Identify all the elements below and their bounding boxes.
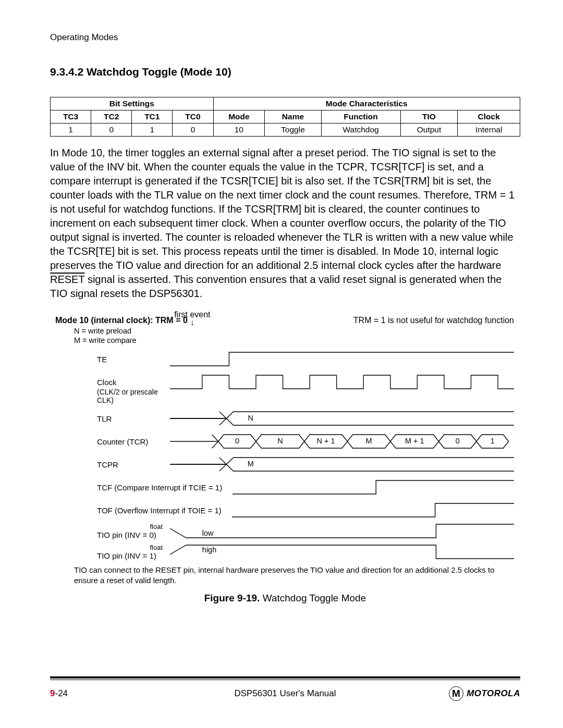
- n-def: N = write preload: [74, 326, 514, 336]
- col-tc3: TC3: [51, 110, 91, 124]
- figure-caption-text: Watchdog Toggle Mode: [260, 593, 366, 603]
- tcpr-val: M: [248, 460, 254, 468]
- first-event-label: first event ↓: [174, 310, 210, 325]
- col-clock: Clock: [458, 110, 520, 124]
- cell: 10: [213, 124, 265, 137]
- diagram-title: Mode 10 (internal clock): TRM = 0: [55, 316, 188, 325]
- wave-clock: [170, 373, 514, 391]
- col-mode: Mode: [213, 110, 265, 124]
- cell: Toggle: [265, 124, 321, 137]
- label-tlr: TLR: [55, 414, 170, 423]
- high-label: high: [202, 546, 216, 554]
- page-footer: 9-24 DSP56301 User's Manual M MOTOROLA: [50, 686, 520, 701]
- cell: 1: [51, 124, 91, 137]
- cell: Internal: [458, 124, 520, 137]
- th-mode-characteristics: Mode Characteristics: [213, 97, 520, 110]
- timing-diagram: Mode 10 (internal clock): TRM = 0 first …: [55, 310, 514, 585]
- float-label-1: float: [97, 544, 165, 551]
- cell: 1: [132, 124, 173, 137]
- label-clock-text: Clock: [97, 378, 117, 387]
- bit-settings-table: Bit Settings Mode Characteristics TC3 TC…: [50, 97, 520, 137]
- col-tc2: TC2: [91, 110, 132, 124]
- label-tcf: TCF (Compare Interrupt if TCIE = 1): [55, 483, 232, 492]
- footer-center: DSP56301 User's Manual: [50, 688, 520, 699]
- label-clock-sub: (CLK/2 or prescale CLK): [55, 388, 170, 404]
- label-te: TE: [55, 355, 170, 364]
- ctr-v1: N: [277, 437, 283, 446]
- cell: Output: [400, 124, 458, 137]
- section-title-text: Watchdog Toggle (Mode 10): [87, 66, 231, 78]
- tio0-text: TIO pin (INV = 0): [97, 530, 156, 539]
- running-head: Operating Modes: [50, 32, 520, 43]
- ctr-v4: M + 1: [405, 437, 424, 446]
- cell: 0: [173, 124, 213, 137]
- section-number: 9.3.4.2: [50, 66, 83, 78]
- section-title: 9.3.4.2 Watchdog Toggle (Mode 10): [50, 66, 520, 78]
- figure-caption: Figure 9-19. Watchdog Toggle Mode: [50, 593, 520, 604]
- th-bit-settings: Bit Settings: [51, 97, 214, 110]
- label-clock: Clock: [55, 378, 170, 387]
- label-tof: TOF (Overflow Interrupt if TOIE = 1): [55, 506, 232, 515]
- col-tio: TIO: [400, 110, 458, 124]
- label-tcpr: TCPR: [55, 460, 170, 469]
- table-row: 1 0 1 0 10 Toggle Watchdog Output Intern…: [51, 124, 520, 137]
- figure-label: Figure 9-19.: [204, 593, 260, 603]
- diagram-note: TIO can connect to the RESET pin, intern…: [74, 565, 514, 585]
- ctr-v0: 0: [235, 437, 239, 446]
- ctr-v6: 1: [491, 437, 495, 446]
- label-tio0: float TIO pin (INV = 0): [55, 523, 170, 539]
- wave-tcf: [232, 478, 514, 496]
- cell: Watchdog: [321, 124, 400, 137]
- footer-rule: [50, 676, 520, 680]
- tlr-val: N: [248, 414, 253, 423]
- wave-counter: 0 N N + 1 M M + 1 0 1: [170, 433, 514, 450]
- tio1-text: TIO pin (INV = 1): [97, 551, 156, 560]
- m-def: M = write compare: [74, 336, 514, 345]
- ctr-v3: M: [366, 437, 372, 446]
- col-tc1: TC1: [132, 110, 173, 124]
- wave-tof: [232, 501, 514, 519]
- wave-tlr: N: [170, 410, 514, 427]
- label-tio1: float TIO pin (INV = 1): [55, 544, 170, 560]
- col-name: Name: [265, 110, 321, 124]
- ctr-v2: N + 1: [317, 437, 335, 446]
- wave-tio1: high: [170, 543, 514, 561]
- wave-tio0: low: [170, 522, 514, 540]
- low-label: low: [202, 529, 214, 538]
- label-counter: Counter (TCR): [55, 437, 170, 446]
- col-tc0: TC0: [173, 110, 213, 124]
- body-paragraph: In Mode 10, the timer toggles an externa…: [50, 146, 520, 301]
- cell: 0: [91, 124, 132, 137]
- float-label-0: float: [97, 523, 165, 530]
- col-function: Function: [321, 110, 400, 124]
- wave-tcpr: M: [170, 455, 514, 473]
- ctr-v5: 0: [456, 437, 460, 446]
- trm-note: TRM = 1 is not useful for watchdog funct…: [353, 316, 514, 325]
- wave-te: [170, 350, 514, 368]
